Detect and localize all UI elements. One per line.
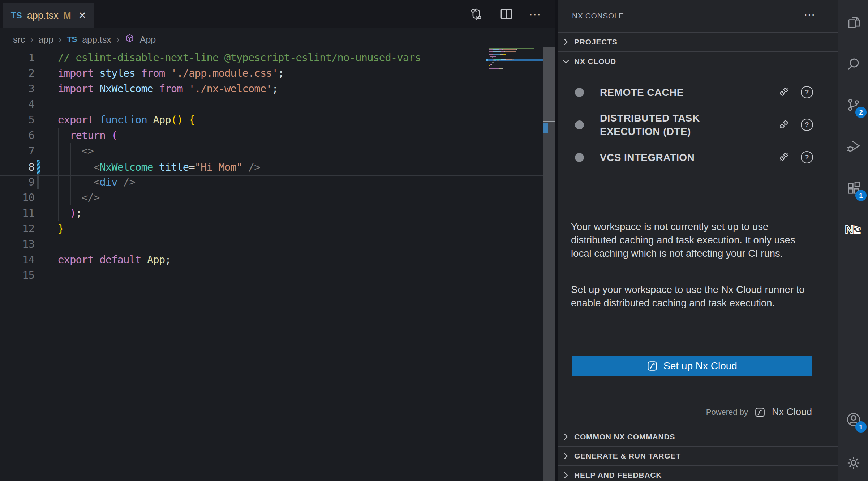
nx-cloud-icon: [755, 407, 765, 418]
section-label: COMMON NX COMMANDS: [574, 433, 675, 441]
extensions-icon[interactable]: 1: [843, 178, 864, 198]
nx-cloud-feature-row: VCS INTEGRATION ?: [572, 148, 824, 167]
run-debug-icon[interactable]: [843, 136, 864, 156]
editor-scrollbar[interactable]: [543, 47, 555, 481]
panel-title: NX CONSOLE: [572, 12, 624, 20]
chevron-right-icon: [561, 37, 571, 47]
tab-strip: TS app.tsx M ✕ ⋯: [0, 0, 555, 28]
accordion-section[interactable]: GENERATE & RUN TARGET: [558, 447, 838, 465]
setup-nx-cloud-button[interactable]: Set up Nx Cloud: [572, 356, 812, 376]
breadcrumb-app[interactable]: app: [38, 34, 53, 45]
code-line-14[interactable]: 14export default App;: [0, 252, 543, 268]
editor-actions: ⋯: [469, 0, 542, 28]
overview-ruler-modified-marker: [543, 123, 548, 133]
connect-plug-icon[interactable]: [778, 85, 791, 99]
tab-app-tsx[interactable]: TS app.tsx M ✕: [3, 3, 94, 28]
more-actions-icon[interactable]: ⋯: [529, 8, 542, 20]
feature-label: REMOTE CACHE: [600, 86, 723, 99]
nx-cloud-feature-row: DISTRIBUTED TASK EXECUTION (DTE) ?: [572, 108, 824, 141]
code-line-8[interactable]: 8 <NxWelcome title="Hi Mom" />: [0, 159, 543, 176]
section-label: GENERATE & RUN TARGET: [574, 452, 681, 460]
code-line-2[interactable]: 2import styles from './app.module.css';: [0, 65, 543, 81]
chevron-right-icon: [561, 432, 571, 442]
open-changes-icon[interactable]: [469, 7, 484, 22]
code-line-6[interactable]: 6 return (: [0, 128, 543, 143]
section-label: NX CLOUD: [574, 57, 616, 66]
code-line-3[interactable]: 3import NxWelcome from './nx-welcome';: [0, 81, 543, 97]
tab-filename: app.tsx: [27, 10, 59, 21]
chevron-right-icon: ›: [116, 34, 120, 45]
scrollbar-thumb[interactable]: [543, 47, 555, 121]
divider: [571, 214, 814, 214]
help-icon[interactable]: ?: [801, 86, 813, 98]
powered-by: Powered by Nx Cloud: [706, 406, 812, 418]
svg-text:N≥: N≥: [845, 222, 860, 236]
breadcrumb-symbol[interactable]: App: [140, 34, 156, 45]
accounts-icon[interactable]: 1: [843, 409, 864, 430]
accordion-section[interactable]: HELP AND FEEDBACK: [558, 466, 838, 481]
section-label: HELP AND FEEDBACK: [574, 471, 662, 480]
editor-panel-sash[interactable]: [555, 0, 558, 481]
symbol-class-icon: [125, 33, 135, 46]
button-label: Set up Nx Cloud: [663, 360, 737, 372]
section-nx-cloud[interactable]: NX CLOUD: [558, 52, 838, 71]
code-line-7[interactable]: 7 <>: [0, 143, 543, 159]
breadcrumb-file[interactable]: app.tsx: [82, 34, 111, 45]
extensions-badge: 1: [855, 190, 867, 201]
feature-label: VCS INTEGRATION: [600, 151, 723, 164]
powered-by-label: Powered by: [706, 408, 748, 417]
accounts-badge: 1: [855, 421, 867, 433]
status-dot-icon: [575, 120, 584, 129]
chevron-right-icon: ›: [59, 34, 62, 45]
chevron-right-icon: [561, 471, 571, 480]
nx-cloud-icon: [647, 361, 658, 371]
accordion-section[interactable]: COMMON NX COMMANDS: [558, 427, 838, 446]
code-line-11[interactable]: 11 );: [0, 205, 543, 221]
help-icon[interactable]: ?: [801, 151, 813, 163]
indent-guide-active: [83, 159, 83, 190]
feature-label: DISTRIBUTED TASK EXECUTION (DTE): [600, 111, 723, 138]
code-line-13[interactable]: 13: [0, 237, 543, 252]
status-dot-icon: [575, 153, 584, 162]
search-icon[interactable]: [843, 54, 864, 75]
connect-plug-icon[interactable]: [778, 150, 791, 165]
gutter-modified-indicator: [37, 174, 39, 189]
modified-badge: M: [64, 10, 71, 21]
workspace-status-text: Your workspace is not currently set up t…: [571, 220, 815, 260]
breadcrumb-src[interactable]: src: [13, 34, 25, 45]
vscode-window: TS app.tsx M ✕ ⋯: [0, 0, 868, 481]
nx-console-panel: NX CONSOLE ⋯ PROJECTS NX CLOUD REMOTE CA…: [558, 0, 838, 481]
indent-guide: [58, 128, 59, 221]
section-label: PROJECTS: [574, 38, 618, 46]
nx-console-icon[interactable]: N≥: [843, 219, 864, 239]
setup-instruction-text: Set up your workspace to use the Nx Clou…: [571, 283, 815, 310]
activity-bar: 2 1 N≥ 1: [838, 0, 868, 481]
minimap[interactable]: [486, 48, 543, 80]
split-editor-icon[interactable]: [499, 7, 514, 21]
code-line-9[interactable]: 9 <div />: [0, 174, 543, 190]
code-line-15[interactable]: 15: [0, 268, 543, 283]
code-line-12[interactable]: 12}: [0, 221, 543, 237]
chevron-down-icon: [561, 57, 571, 66]
explorer-icon[interactable]: [843, 12, 864, 33]
settings-gear-icon[interactable]: [843, 453, 864, 473]
chevron-right-icon: [561, 451, 571, 461]
breadcrumb[interactable]: src › app › TS app.tsx › App: [13, 32, 156, 47]
help-icon[interactable]: ?: [801, 119, 813, 131]
close-icon[interactable]: ✕: [78, 10, 87, 21]
code-line-10[interactable]: 10 </>: [0, 190, 543, 205]
status-dot-icon: [575, 88, 584, 97]
code-line-4[interactable]: 4: [0, 97, 543, 112]
panel-header: NX CONSOLE ⋯: [558, 0, 838, 32]
editor-group: TS app.tsx M ✕ ⋯: [0, 0, 555, 481]
indent-guide: [70, 143, 71, 205]
typescript-icon: TS: [11, 10, 22, 21]
source-control-icon[interactable]: 2: [843, 95, 864, 115]
connect-plug-icon[interactable]: [778, 118, 791, 132]
code-line-5[interactable]: 5export function App() {: [0, 112, 543, 128]
code-line-1[interactable]: 1// eslint-disable-next-line @typescript…: [0, 50, 543, 65]
more-actions-icon[interactable]: ⋯: [804, 9, 816, 20]
nx-cloud-feature-row: REMOTE CACHE ?: [572, 82, 824, 102]
scm-badge: 2: [855, 107, 867, 118]
section-projects[interactable]: PROJECTS: [558, 33, 838, 51]
